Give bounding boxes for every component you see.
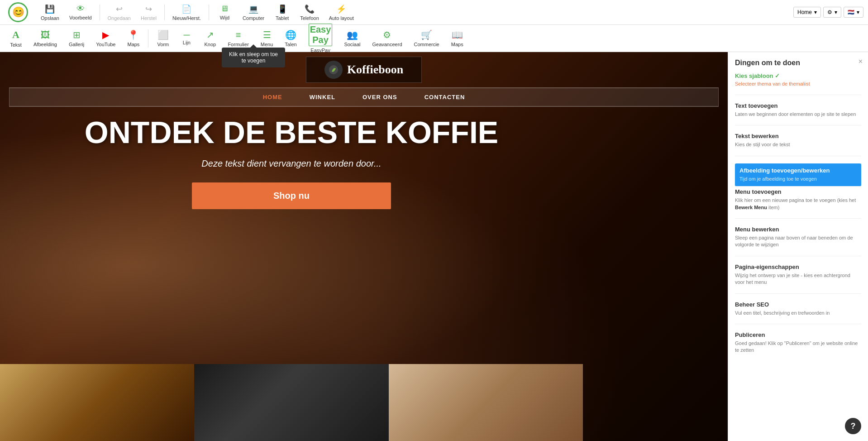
geavanceerd-tool[interactable]: ⚙ Geavanceerd xyxy=(367,28,407,49)
easypay-icon: EasyPay xyxy=(309,24,333,46)
main-area: Koffieboon HOME WINKEL OVER ONS CONTACTE… xyxy=(0,52,868,441)
button-icon: ↗ xyxy=(206,29,214,40)
afbeelding-tool[interactable]: 🖼 Afbeelding xyxy=(28,28,62,49)
panel-item-pagina: Pagina-eigenschappen Wijzig het ontwerp … xyxy=(735,264,861,294)
computer-button[interactable]: 💻 Computer xyxy=(238,2,269,23)
nav-over-ons[interactable]: OVER ONS xyxy=(362,94,397,101)
panel-item-desc-6: Wijzig het ontwerp van je site - kies ee… xyxy=(735,272,861,286)
panel-item-title-3: Afbeelding toevoegen/bewerken xyxy=(739,167,857,174)
social-icon: 👥 xyxy=(347,29,358,40)
right-panel: Dingen om te doen × Kies sjabloon ✓ Sele… xyxy=(728,52,868,441)
easypay-tool[interactable]: EasyPay EasyPay xyxy=(303,22,338,55)
panel-item-desc-1: Laten we beginnen door elementen op je s… xyxy=(735,111,861,118)
site-logo-icon xyxy=(324,61,343,79)
herstel-button[interactable]: ↪ Herstel xyxy=(136,2,161,23)
language-icon: 🌐 xyxy=(285,29,296,40)
leaf-icon xyxy=(329,65,339,75)
ongedaan-button[interactable]: ↩ Ongedaan xyxy=(103,2,135,23)
panel-item-kies-sjabloon: Kies sjabloon ✓ Selecteer thema van de t… xyxy=(735,72,861,95)
coffee-machine-img xyxy=(194,364,388,441)
site-header: Koffieboon HOME WINKEL OVER ONS CONTACTE… xyxy=(0,52,728,107)
shop-nu-button[interactable]: Shop nu xyxy=(192,182,391,209)
save-icon: 💾 xyxy=(45,4,55,14)
chevron-down-icon-2: ▾ xyxy=(835,9,837,15)
second-toolbar: A Tekst 🖼 Afbeelding ⊞ Gallerij ▶ YouTub… xyxy=(0,25,868,52)
autolayout-icon: ⚡ xyxy=(336,4,346,14)
separator-2 xyxy=(164,5,165,20)
chevron-down-icon-3: ▾ xyxy=(857,9,859,15)
panel-item-title-7: Beheer SEO xyxy=(735,301,861,308)
line-icon: — xyxy=(183,31,190,38)
bottom-images xyxy=(0,364,583,441)
panel-item-desc-2: Kies de stijl voor de tekst xyxy=(735,141,861,148)
image-icon: 🖼 xyxy=(41,30,50,40)
maps-icon-1: 📍 xyxy=(128,29,139,40)
autolayout-button[interactable]: ⚡ Auto layout xyxy=(324,2,358,23)
panel-item-publiceren: Publiceren Goed gedaan! Klik op "Publice… xyxy=(735,331,861,361)
voorbeeld-button[interactable]: 👁 Voorbeeld xyxy=(65,2,96,22)
panel-item-title-5: Menu bewerken xyxy=(735,226,861,233)
maps2-tool[interactable]: 📖 Maps xyxy=(446,28,469,49)
telefoon-button[interactable]: 📞 Telefoon xyxy=(296,2,324,23)
coffee-latte-img xyxy=(0,364,194,441)
home-dropdown[interactable]: Home ▾ xyxy=(793,7,821,18)
chevron-down-icon: ▾ xyxy=(814,9,817,15)
panel-item-afbeelding[interactable]: Afbeelding toevoegen/bewerken Tijd om je… xyxy=(735,163,861,187)
help-button[interactable]: ? xyxy=(845,418,861,434)
panel-item-text-toevoegen: Text toevoegen Laten we beginnen door el… xyxy=(735,102,861,125)
nav-wrapper: HOME WINKEL OVER ONS CONTACTEN xyxy=(9,87,719,107)
computer-icon: 💻 xyxy=(248,4,258,14)
nav-contacten[interactable]: CONTACTEN xyxy=(424,94,465,101)
nieuw-button[interactable]: 📄 Nieuw/Herst. xyxy=(168,2,205,23)
nav-winkel[interactable]: WINKEL xyxy=(310,94,335,101)
site-logo-name: Koffieboon xyxy=(347,63,403,77)
gear-icon: ⚙ xyxy=(827,9,832,15)
maps-icon-2: 📖 xyxy=(452,29,463,40)
talen-tool[interactable]: 🌐 Talen xyxy=(279,28,302,49)
language-button[interactable]: 🇳🇱 ▾ xyxy=(844,7,863,18)
menu-tool[interactable]: ☰ Menu xyxy=(255,28,279,49)
tekst-tool[interactable]: A Tekst xyxy=(5,27,27,49)
youtube-tool[interactable]: ▶ YouTube xyxy=(91,28,121,49)
panel-item-desc-3: Tijd om je afbeelding toe te voegen xyxy=(739,176,857,182)
knop-tool[interactable]: ↗ Knop xyxy=(199,28,221,49)
nav-bar: HOME WINKEL OVER ONS CONTACTEN xyxy=(10,88,718,106)
panel-item-desc-7: Vul een titel, beschrijving en trefwoord… xyxy=(735,310,861,316)
panel-item-title-2: Tekst bewerken xyxy=(735,133,861,139)
site-logo-wrapper: Koffieboon xyxy=(306,57,422,83)
separator-1 xyxy=(100,5,100,20)
commerce-icon: 🛒 xyxy=(421,29,432,40)
hero-title: ONTDEK DE BESTE KOFFIE xyxy=(85,115,498,149)
panel-item-title-0: Kies sjabloon ✓ xyxy=(735,72,861,79)
lijn-tool[interactable]: — Lijn xyxy=(175,29,198,47)
gallerij-tool[interactable]: ⊞ Gallerij xyxy=(63,28,90,49)
text-icon: A xyxy=(12,29,19,41)
coffee-image-2 xyxy=(194,364,388,441)
maps1-tool[interactable]: 📍 Maps xyxy=(122,28,145,49)
commercie-tool[interactable]: 🛒 Commercie xyxy=(409,28,445,49)
nav-home[interactable]: HOME xyxy=(263,94,282,101)
wijd-button[interactable]: 🖥 Wijd xyxy=(212,2,237,22)
logo-icon[interactable]: 😊 xyxy=(8,2,28,22)
toolbar-actions: 💾 Opslaan 👁 Voorbeeld ↩ Ongedaan ↪ Herst… xyxy=(36,2,793,23)
panel-item-sub-0: Selecteer thema van de themaliist xyxy=(735,81,861,86)
canvas[interactable]: Koffieboon HOME WINKEL OVER ONS CONTACTE… xyxy=(0,52,728,441)
new-icon: 📄 xyxy=(181,4,191,14)
flag-icon: 🇳🇱 xyxy=(848,9,854,15)
phone-icon: 📞 xyxy=(305,4,315,14)
coffee-image-3 xyxy=(389,364,583,441)
panel-item-title-8: Publiceren xyxy=(735,331,861,338)
tablet-button[interactable]: 📱 Tablet xyxy=(270,2,295,23)
menu-icon: ☰ xyxy=(263,29,271,40)
wide-icon: 🖥 xyxy=(220,4,229,14)
settings-button[interactable]: ⚙ ▾ xyxy=(823,7,841,18)
vorm-tool[interactable]: ⬜ Vorm xyxy=(152,28,174,49)
panel-item-title-6: Pagina-eigenschappen xyxy=(735,264,861,270)
check-icon: ✓ xyxy=(775,72,780,79)
opslaan-button[interactable]: 💾 Opslaan xyxy=(36,2,64,23)
formulier-tool[interactable]: ≡ Formulier xyxy=(222,28,254,49)
panel-item-tekst-bewerken: Tekst bewerken Kies de stijl voor de tek… xyxy=(735,133,861,156)
sociaal-tool[interactable]: 👥 Sociaal xyxy=(339,28,366,49)
panel-close-button[interactable]: × xyxy=(858,58,863,66)
panel-item-menu-bewerken: Menu bewerken Sleep een pagina naar bove… xyxy=(735,226,861,256)
